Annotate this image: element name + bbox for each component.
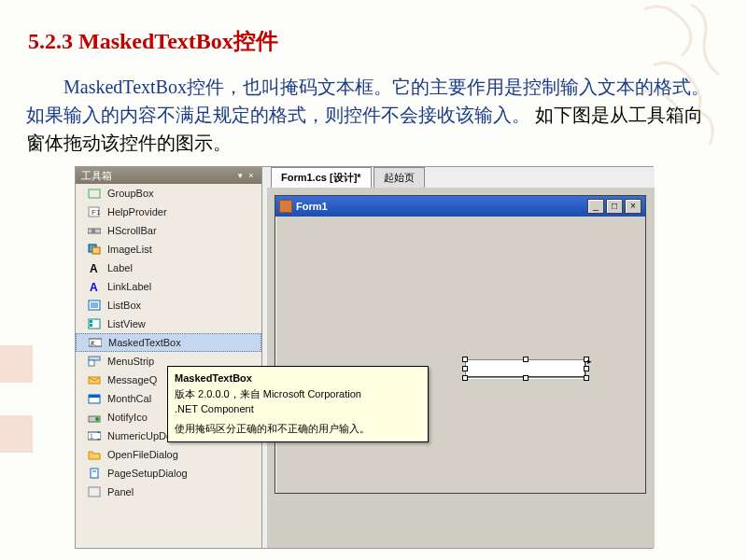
tool-item-listbox[interactable]: ListBox xyxy=(76,296,261,315)
tool-item-groupbox[interactable]: GroupBox xyxy=(76,184,261,203)
resize-handle[interactable] xyxy=(584,375,589,381)
close-icon[interactable]: × xyxy=(247,171,256,180)
tooltip: MaskedTextBox 版本 2.0.0.0，来自 Microsoft Co… xyxy=(167,366,429,442)
toolbox-title-buttons: ▾ × xyxy=(235,171,256,180)
maskedtextbox-control[interactable] xyxy=(465,359,586,378)
listbox-icon xyxy=(87,299,102,312)
form-titlebar: Form1 _ □ × xyxy=(275,196,645,217)
form-client-area[interactable] xyxy=(278,219,642,490)
hscrollbar-icon xyxy=(87,224,102,237)
messagequeue-icon xyxy=(87,373,102,386)
tool-item-hscrollbar[interactable]: HScrollBar xyxy=(76,221,261,240)
toolbox-titlebar: 工具箱 ▾ × xyxy=(76,167,261,184)
resize-handle[interactable] xyxy=(584,366,589,371)
toolbox-title-text: 工具箱 xyxy=(81,169,112,183)
helpprovider-icon: F1 xyxy=(87,205,102,218)
tool-item-openfiledialog[interactable]: OpenFileDialog xyxy=(76,445,261,464)
svg-text:1: 1 xyxy=(90,433,93,440)
linklabel-icon: A xyxy=(87,280,102,293)
tool-item-pagesetupdialog[interactable]: PageSetupDialog xyxy=(76,464,261,483)
tooltip-line2: .NET Component xyxy=(175,402,421,416)
form-icon xyxy=(279,200,292,213)
svg-text:F1: F1 xyxy=(92,208,101,217)
resize-handle[interactable] xyxy=(462,357,468,362)
resize-handle[interactable] xyxy=(523,357,529,362)
menustrip-icon xyxy=(87,355,102,368)
tool-item-helpprovider[interactable]: F1HelpProvider xyxy=(76,203,261,221)
resize-handle[interactable] xyxy=(462,375,468,381)
decorative-stamp-1 xyxy=(0,345,33,383)
pagesetupdialog-icon xyxy=(87,467,102,480)
openfiledialog-icon xyxy=(87,448,102,461)
svg-text:A: A xyxy=(90,262,98,273)
groupbox-icon xyxy=(87,187,102,200)
svg-rect-0 xyxy=(89,189,100,198)
svg-rect-22 xyxy=(89,395,100,398)
svg-rect-15 xyxy=(90,324,92,327)
svg-rect-19 xyxy=(89,360,94,366)
svg-rect-6 xyxy=(92,247,100,254)
svg-rect-27 xyxy=(91,469,98,478)
resize-handle[interactable] xyxy=(523,375,529,381)
ide-screenshot: 工具箱 ▾ × GroupBox F1HelpProvider HScrollB… xyxy=(75,166,654,549)
tool-item-label[interactable]: ALabel xyxy=(76,259,261,277)
tooltip-line1: 版本 2.0.0.0，来自 Microsoft Corporation xyxy=(175,387,421,401)
form-window[interactable]: Form1 _ □ × xyxy=(275,195,646,494)
tab-form-designer[interactable]: Form1.cs [设计]* xyxy=(271,167,372,188)
svg-text:#.: #. xyxy=(91,340,96,346)
toolbox-panel: 工具箱 ▾ × GroupBox F1HelpProvider HScrollB… xyxy=(76,167,262,548)
svg-rect-29 xyxy=(89,487,100,497)
tooltip-title: MaskedTextBox xyxy=(175,371,421,385)
minimize-button[interactable]: _ xyxy=(587,199,604,214)
maskedtextbox-icon: #. xyxy=(88,336,103,349)
numericupdown-icon: 1 xyxy=(87,429,102,442)
svg-rect-4 xyxy=(92,229,95,233)
resize-handle[interactable] xyxy=(462,366,468,371)
form-title: Form1 xyxy=(296,201,587,212)
svg-point-24 xyxy=(95,417,99,421)
toolbox-list: GroupBox F1HelpProvider HScrollBar Image… xyxy=(76,184,261,501)
tool-item-listview[interactable]: ListView xyxy=(76,315,261,333)
svg-rect-14 xyxy=(90,320,92,323)
decorative-calligraphy xyxy=(626,0,747,159)
close-button[interactable]: × xyxy=(625,199,641,214)
tool-item-panel[interactable]: Panel xyxy=(76,483,261,501)
maximize-button[interactable]: □ xyxy=(606,199,623,214)
tool-item-maskedtextbox[interactable]: #.MaskedTextBox xyxy=(76,333,261,352)
tool-item-linklabel[interactable]: ALinkLabel xyxy=(76,277,261,296)
tool-item-imagelist[interactable]: ImageList xyxy=(76,240,261,259)
pin-icon[interactable]: ▾ xyxy=(235,171,245,180)
notifyicon-icon xyxy=(87,411,102,424)
designer-area: Form1.cs [设计]* 起始页 Form1 _ □ × xyxy=(267,167,655,548)
listview-icon xyxy=(87,317,102,330)
monthcalendar-icon xyxy=(87,392,102,405)
smart-tag-icon[interactable] xyxy=(587,351,595,358)
tooltip-line3: 使用掩码区分正确的和不正确的用户输入。 xyxy=(175,422,421,436)
svg-text:A: A xyxy=(90,281,98,292)
document-tabs: Form1.cs [设计]* 起始页 xyxy=(267,167,655,188)
decorative-stamp-2 xyxy=(0,415,33,453)
label-icon: A xyxy=(87,261,102,274)
panel-icon xyxy=(87,485,102,498)
svg-rect-18 xyxy=(89,357,100,360)
tab-start-page[interactable]: 起始页 xyxy=(374,167,425,188)
imagelist-icon xyxy=(87,243,102,256)
